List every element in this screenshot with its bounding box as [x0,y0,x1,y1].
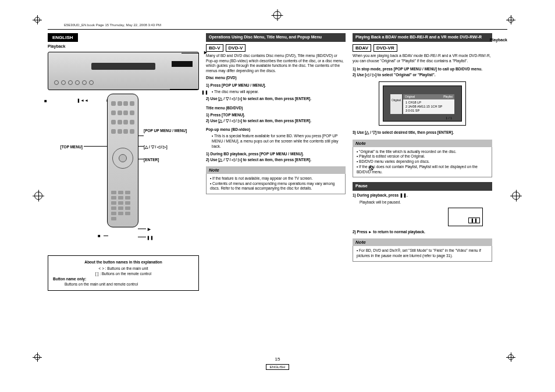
pause-diagram: ❚❚ [448,208,483,226]
subhead: Pop-up menu (BD-video) [206,127,250,131]
subhead: Disc menu (DVD) [206,76,237,80]
intro-text: When you are playing back a BDAV mode BD… [353,54,492,64]
tv-row: 3 0:01 SP [405,109,452,113]
leader-line [138,136,144,136]
crop-mark [33,190,45,202]
leader-line [138,159,144,159]
leader-line [138,229,146,229]
callout-top-menu: [TOP MENU] [48,145,83,149]
crop-mark [33,15,49,31]
callout-enter: [ENTER] [144,158,159,162]
step: 1) During playback, press ❚❚. [353,193,408,197]
box-title: About the button names in this explanati… [53,259,194,265]
leader-line [104,236,108,236]
step-body: Playback will be paused. [353,200,492,205]
crop-mark [510,190,522,202]
page-number: 15 [0,357,555,362]
step: 2) Use [◁ / ▷] to select "Original" or "… [353,73,436,77]
pause-icon: ❚❚ [201,90,208,95]
note-heading: Note [353,238,492,246]
remote-illustration [107,94,138,227]
tv-tab: Playlist [443,95,453,99]
leader-line [138,146,144,147]
footer-lang: ENGLISH [266,364,289,370]
step: 2) Use [△ / ▽ / ◁ / ▷] to select an item… [206,97,311,101]
note-item: For BD, DVD and DivX®, set "Still Mode" … [357,248,488,259]
leader-line [138,237,146,237]
note-item: If the disc does not contain Playlist, P… [357,165,488,175]
tv-row: 1 CH18 LP [405,101,452,105]
leader-line [170,89,199,90]
playback-label: Playback [48,44,199,48]
bullet: This is a special feature available for … [212,134,346,149]
player-illustration [48,52,199,90]
note-item: Contents of menus and corresponding menu… [210,181,341,192]
format-pill-dvdvr: DVD-VR [373,44,397,52]
note-item: "Original" is the title which is actuall… [357,149,488,155]
subhead: Title menu (BD/DVD) [206,106,243,110]
step: 1) During BD playback, press [POP UP MEN… [206,152,304,156]
box-line: [ ] : Buttons on the remote control [53,271,194,276]
step: 1) In stop mode, press [POP UP MENU / ME… [353,67,482,71]
tv-side-tab: Original [390,94,402,114]
callout-arrows: [△ / ▽ / ◁ / ▷] [144,145,168,149]
section-heading: Pause [353,182,492,191]
tv-page: 1 / 1 [405,116,452,120]
step: 2) Use [△ / ▽ / ◁ / ▷] to select an item… [206,158,311,162]
format-pill-bdv: BD-V [206,44,223,52]
note-box: "Original" is the title which is actuall… [353,147,492,178]
note-heading: Note [353,140,492,147]
note-box: For BD, DVD and DivX®, set "Still Mode" … [353,246,492,262]
stop-icon: ■ [98,233,101,238]
leader-line [182,53,199,54]
play-icon: ► [147,226,152,232]
note-box: If the feature is not available, may app… [206,174,346,194]
note-heading: Note [206,166,346,174]
prohibit-icon [369,166,373,170]
tv-diagram: Original OriginalPlaylist 1 CH18 LP 2 JA… [379,81,466,126]
step: 1) Press [TOP MENU]. [206,113,245,117]
section-heading: Operations Using Disc Menu, Title Menu, … [206,33,346,42]
note-item: BD/DVD menu varies depending on discs. [357,159,488,165]
note-text: If the feature is not available, may app… [212,176,312,180]
crop-mark [506,15,522,31]
box-line: Buttons on the main unit and remote cont… [53,281,194,287]
step: 1) Press [POP UP MENU / MENU]. [206,83,266,87]
pause-icon: ❚❚ [147,236,154,240]
leader-line [84,146,107,147]
section-heading: Playing Back a BDAV mode BD-RE/-R and a … [353,33,492,42]
tv-row: 2 JA/08 AM11:15 1CH SP [405,105,452,109]
callout-popup: [POP UP MENU / MENU] [144,129,190,133]
page-footer: 15 ENGLISH [0,357,555,370]
language-tab: ENGLISH [48,33,78,42]
note-item: Playlist is edited version of the Origin… [357,154,488,159]
tv-tab: Original [405,95,415,99]
note-item: If the feature is not available, may app… [210,176,341,181]
format-pill-bdav: BDAV [353,44,371,52]
stop-icon: ■ [44,98,47,104]
intro-text: Many of BD and DVD disc contains Disc me… [206,54,346,74]
step: 2) Press ► to return to normal playback. [353,230,425,234]
rule [48,29,507,30]
step: 3) Use [△ / ▽] to select desired title, … [353,130,454,134]
format-pill-dvdv: DVD-V [226,44,246,52]
playback-label-right: Playback [490,38,507,42]
box-subhead: Button name only: [53,277,86,281]
box-line: < > : Buttons on the main unit [53,266,194,271]
step: 2) Use [△ / ▽ / ◁ / ▷] to select an item… [206,119,311,123]
pause-icon: ❚❚ [468,218,480,223]
file-header: E5E30UD_EN.book Page 15 Thursday, May 22… [64,23,520,27]
crop-mark [272,9,284,22]
bullet: The disc menu will appear. [212,90,346,95]
play-icon: ► [203,49,208,55]
button-names-box: About the button names in this explanati… [48,255,199,291]
